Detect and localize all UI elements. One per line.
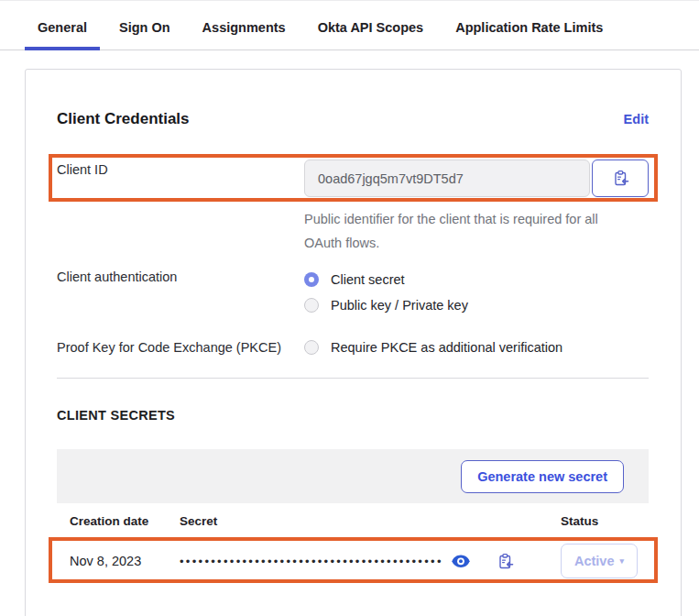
radio-unselected-icon[interactable] [304,298,319,313]
radio-option-client-secret: Client secret [304,270,468,290]
pkce-row: Proof Key for Code Exchange (PKCE) Requi… [57,337,649,358]
pkce-label: Proof Key for Code Exchange (PKCE) [57,340,304,355]
radio-selected-icon[interactable] [304,272,319,287]
secret-table-row: Nov 8, 2023 ••••••••••••••••••••••••••••… [57,539,649,583]
pkce-option-label: Require PKCE as additional verification [331,340,562,355]
edit-link[interactable]: Edit [624,112,649,126]
copy-secret-button[interactable] [497,553,514,570]
reveal-secret-button[interactable] [452,555,470,568]
client-id-label: Client ID [57,160,304,177]
tab-sign-on[interactable]: Sign On [106,1,183,50]
secrets-table-header: Creation date Secret Status [57,503,649,539]
radio-option-public-private-key: Public key / Private key [304,295,468,315]
status-label: Active [574,554,615,568]
header-status: Status [559,514,649,528]
header-secret: Secret [180,514,559,528]
status-dropdown-button[interactable]: Active ▾ [561,544,638,578]
client-authentication-row: Client authentication Client secret Publ… [57,270,649,315]
clipboard-copy-icon [497,553,514,570]
tab-assignments[interactable]: Assignments [190,1,299,50]
clipboard-copy-icon [612,170,629,187]
secret-creation-date: Nov 8, 2023 [70,554,180,568]
copy-client-id-button[interactable] [592,160,649,197]
pkce-checkbox-icon[interactable] [304,340,319,355]
settings-card: Client Credentials Edit Client ID Public… [25,69,682,616]
eye-icon [452,555,470,568]
caret-down-icon: ▾ [620,557,625,566]
section-title-client-secrets: CLIENT SECRETS [57,408,649,424]
client-credentials-header: Client Credentials Edit [57,110,649,128]
radio-label-public-private-key: Public key / Private key [331,298,468,313]
masked-secret-value: ••••••••••••••••••••••••••••••••••••••••… [180,555,443,568]
generate-new-secret-button[interactable]: Generate new secret [461,460,624,493]
client-secrets-toolbar: Generate new secret [57,449,649,503]
client-id-help-text: Public identifier for the client that is… [304,207,611,255]
section-divider [57,378,649,379]
client-id-input[interactable] [304,160,590,197]
tab-application-rate-limits[interactable]: Application Rate Limits [442,1,616,50]
tab-bar: General Sign On Assignments Okta API Sco… [0,1,699,50]
pkce-option: Require PKCE as additional verification [304,337,562,358]
section-title-client-credentials: Client Credentials [57,110,190,128]
client-authentication-label: Client authentication [57,270,304,315]
tab-general[interactable]: General [25,1,100,50]
radio-label-client-secret: Client secret [331,272,405,287]
client-id-row: Client ID [57,160,649,197]
header-creation-date: Creation date [70,514,180,528]
tab-okta-api-scopes[interactable]: Okta API Scopes [305,1,437,50]
